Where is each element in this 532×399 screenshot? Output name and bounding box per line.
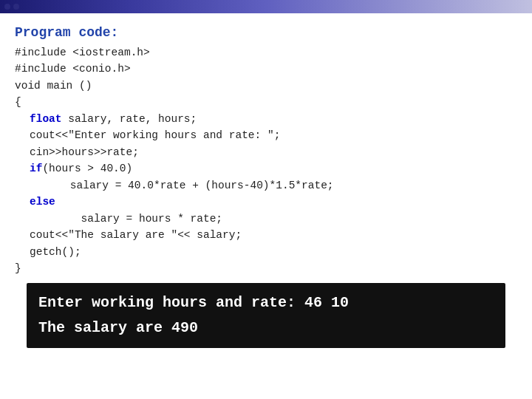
code-line-4: { bbox=[15, 94, 517, 110]
code-line-12: cout<<"The salary are "<< salary; bbox=[15, 227, 517, 243]
code-line-8: if(hours > 40.0) bbox=[15, 160, 517, 177]
keyword-float: float bbox=[30, 113, 62, 125]
code-line-9: salary = 40.0*rate + (hours-40)*1.5*rate… bbox=[15, 177, 517, 194]
code-line-6: cout<<"Enter working hours and rate: "; bbox=[15, 127, 517, 143]
content-area: Program code: #include <iostream.h> #inc… bbox=[0, 13, 532, 355]
dot-1 bbox=[4, 4, 10, 10]
code-block: #include <iostream.h> #include <conio.h>… bbox=[15, 44, 517, 277]
code-line-11: salary = hours * rate; bbox=[15, 211, 517, 227]
code-line-3: void main () bbox=[15, 78, 517, 94]
top-bar bbox=[0, 0, 532, 13]
code-line-2: #include <conio.h> bbox=[15, 61, 517, 77]
code-line-7: cin>>hours>>rate; bbox=[15, 144, 517, 160]
code-line-5: float salary, rate, hours; bbox=[15, 111, 517, 127]
code-line-1: #include <iostream.h> bbox=[15, 44, 517, 61]
keyword-else: else bbox=[30, 196, 55, 208]
code-line-8-rest: (hours > 40.0) bbox=[42, 163, 132, 174]
code-line-13: getch(); bbox=[15, 244, 517, 260]
code-line-5-rest: salary, rate, hours; bbox=[62, 113, 197, 125]
code-line-14: } bbox=[15, 260, 517, 276]
code-line-10: else bbox=[15, 194, 517, 210]
program-title: Program code: bbox=[15, 25, 517, 40]
output-area: Enter working hours and rate: 46 10 The … bbox=[27, 283, 505, 348]
keyword-if: if bbox=[30, 163, 42, 174]
dot-2 bbox=[13, 4, 19, 10]
output-line-1: Enter working hours and rate: 46 10 bbox=[38, 290, 494, 316]
output-line-2: The salary are 490 bbox=[38, 316, 494, 341]
